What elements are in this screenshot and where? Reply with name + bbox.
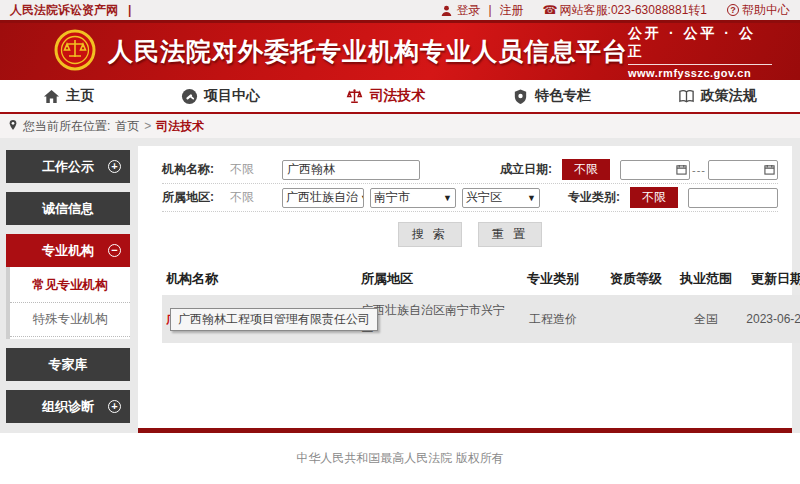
results-table: 机构名称 所属地区 专业类别 资质等级 执业范围 更新日期 广西翰林工程项目管理… bbox=[162, 263, 800, 343]
col-region: 所属地区 bbox=[357, 263, 509, 295]
breadcrumb-prefix: 您当前所在位置: bbox=[23, 118, 110, 135]
form-actions: 搜 索 重 置 bbox=[162, 212, 778, 253]
help-center-link[interactable]: ? 帮助中心 bbox=[727, 2, 790, 19]
nav-item-policies[interactable]: 政策法规 bbox=[678, 87, 757, 105]
cell-update-date: 2023-06-21 bbox=[737, 295, 800, 343]
region-unlimited-option[interactable]: 不限 bbox=[230, 189, 282, 206]
site-url: www.rmfysszc.gov.cn bbox=[628, 67, 772, 79]
home-icon bbox=[43, 88, 60, 105]
platform-title: 人民法院对外委托专业机构专业人员信息平台 bbox=[108, 35, 628, 68]
nav-item-home[interactable]: 主页 bbox=[43, 87, 94, 105]
breadcrumb-separator: > bbox=[144, 119, 151, 133]
shield-star-icon bbox=[512, 88, 529, 105]
sidebar-subpanel: 常见专业机构 特殊专业机构 bbox=[6, 267, 130, 339]
chevron-down-icon: ▼ bbox=[360, 193, 364, 203]
location-pin-icon bbox=[8, 119, 18, 134]
founded-date-unlimited-button[interactable]: 不限 bbox=[562, 159, 610, 180]
col-qualification: 资质等级 bbox=[597, 263, 675, 295]
calendar-icon[interactable] bbox=[676, 164, 687, 175]
col-category: 专业类别 bbox=[509, 263, 597, 295]
phone-icon: ☎ bbox=[544, 4, 557, 17]
sidebar-item-work-publicity[interactable]: 工作公示 + bbox=[6, 150, 130, 183]
district-select[interactable]: 兴宁区 ▼ bbox=[462, 188, 540, 208]
page: 人民法院诉讼资产网 | 登录 | 注册 ☎ 网站客服:023-63088881转… bbox=[0, 0, 800, 484]
date-range-dash: --- bbox=[692, 164, 706, 176]
footer: 中华人民共和国最高人民法院 版权所有 bbox=[0, 433, 800, 484]
site-banner: 人民法院对外委托专业机构专业人员信息平台 公开 · 公平 · 公正 www.rm… bbox=[0, 23, 800, 80]
sidebar-item-expert-pool[interactable]: 专家库 bbox=[6, 348, 130, 381]
sidebar-item-professional-institutions[interactable]: 专业机构 − bbox=[6, 234, 130, 267]
chevron-down-icon: ▼ bbox=[527, 193, 536, 203]
form-row-org-name: 机构名称: 不限 成立日期: 不限 --- bbox=[162, 156, 778, 184]
col-update-date: 更新日期 bbox=[737, 263, 800, 295]
org-name-label: 机构名称: bbox=[162, 161, 230, 178]
register-link[interactable]: 注册 bbox=[500, 2, 524, 19]
user-icon bbox=[440, 4, 453, 17]
breadcrumb-current: 司法技术 bbox=[156, 118, 204, 135]
category-label: 专业类别: bbox=[568, 189, 620, 206]
calendar-icon[interactable] bbox=[764, 164, 775, 175]
col-practice-scope: 执业范围 bbox=[675, 263, 737, 295]
city-select[interactable]: 南宁市 ▼ bbox=[370, 188, 456, 208]
login-link[interactable]: 登录 bbox=[440, 2, 480, 19]
primary-nav: 主页 项目中心 司法技术 特色专栏 政策法规 bbox=[0, 80, 800, 114]
region-label: 所属地区: bbox=[162, 189, 230, 206]
date-from-wrap bbox=[620, 160, 690, 180]
main-area: 工作公示 + 诚信信息 专业机构 − 常见专业机构 特殊专业机构 专家库 bbox=[0, 138, 800, 433]
search-button[interactable]: 搜 索 bbox=[398, 222, 462, 247]
copyright-text: 中华人民共和国最高人民法院 版权所有 bbox=[296, 450, 503, 467]
sidebar: 工作公示 + 诚信信息 专业机构 − 常见专业机构 特殊专业机构 专家库 bbox=[6, 150, 130, 432]
project-center-icon bbox=[181, 88, 198, 105]
cell-practice-scope: 全国 bbox=[675, 295, 737, 343]
province-select[interactable]: 广西壮族自治 ▼ bbox=[282, 188, 364, 208]
form-row-region: 所属地区: 不限 广西壮族自治 ▼ 南宁市 ▼ 兴宁区 ▼ 专业类别: 不限 bbox=[162, 184, 778, 212]
nav-item-project-center[interactable]: 项目中心 bbox=[181, 87, 260, 105]
national-emblem-logo bbox=[54, 29, 96, 75]
collapse-icon[interactable]: − bbox=[108, 244, 121, 257]
site-link[interactable]: 人民法院诉讼资产网 bbox=[10, 2, 118, 19]
date-to-wrap bbox=[708, 160, 778, 180]
expand-icon[interactable]: + bbox=[108, 400, 121, 413]
breadcrumb: 您当前所在位置: 首页 > 司法技术 bbox=[0, 114, 800, 138]
cell-region: 广西壮族自治区南宁市兴宁区 bbox=[357, 295, 509, 343]
book-icon bbox=[678, 88, 695, 105]
hotline: ☎ 网站客服:023-63088881转1 bbox=[544, 2, 707, 19]
nav-item-judicial-tech[interactable]: 司法技术 bbox=[346, 87, 425, 105]
founded-date-label: 成立日期: bbox=[500, 161, 552, 178]
sidebar-item-org-diagnosis[interactable]: 组织诊断 + bbox=[6, 390, 130, 423]
cell-category: 工程造价 bbox=[509, 295, 597, 343]
nav-item-featured-column[interactable]: 特色专栏 bbox=[512, 87, 591, 105]
org-name-input[interactable] bbox=[282, 160, 420, 180]
org-name-unlimited-option[interactable]: 不限 bbox=[230, 161, 282, 178]
top-utility-bar: 人民法院诉讼资产网 | 登录 | 注册 ☎ 网站客服:023-63088881转… bbox=[0, 0, 800, 20]
help-icon: ? bbox=[727, 4, 739, 16]
chevron-down-icon: ▼ bbox=[443, 193, 452, 203]
expand-icon[interactable]: + bbox=[108, 160, 121, 173]
sidebar-item-common-institutions[interactable]: 常见专业机构 bbox=[10, 269, 130, 303]
org-name-tooltip: 广西翰林工程项目管理有限责任公司 bbox=[170, 308, 378, 331]
sidebar-item-special-institutions[interactable]: 特殊专业机构 bbox=[10, 303, 130, 337]
content-panel: 机构名称: 不限 成立日期: 不限 --- bbox=[138, 146, 792, 433]
cell-qualification bbox=[597, 295, 675, 343]
slogan-text: 公开 · 公平 · 公正 bbox=[628, 25, 772, 65]
table-header-row: 机构名称 所属地区 专业类别 资质等级 执业范围 更新日期 bbox=[162, 263, 800, 295]
sidebar-item-integrity-info[interactable]: 诚信信息 bbox=[6, 192, 130, 225]
category-unlimited-button[interactable]: 不限 bbox=[630, 187, 678, 208]
divider: | bbox=[486, 3, 493, 17]
col-org-name: 机构名称 bbox=[162, 263, 357, 295]
breadcrumb-home[interactable]: 首页 bbox=[115, 118, 139, 135]
scales-icon bbox=[346, 88, 363, 105]
reset-button[interactable]: 重 置 bbox=[478, 222, 542, 247]
banner-slogan-block: 公开 · 公平 · 公正 www.rmfysszc.gov.cn bbox=[628, 25, 772, 79]
divider: | bbox=[126, 3, 133, 17]
category-input[interactable] bbox=[688, 188, 778, 208]
